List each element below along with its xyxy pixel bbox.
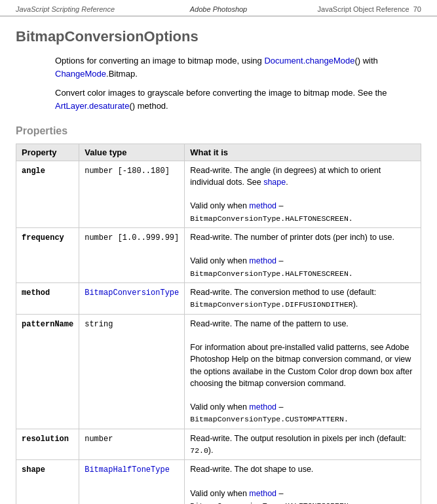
- properties-section-title: Properties: [16, 125, 421, 137]
- description-1: Options for converting an image to bitma…: [55, 54, 421, 80]
- artlayer-desaturate-link[interactable]: ArtLayer.desaturate: [55, 101, 129, 111]
- scripting-reference-label: JavaScript Scripting Reference: [16, 5, 115, 13]
- method-link-patternname[interactable]: method: [249, 402, 276, 412]
- page-number-label: JavaScript Object Reference 70: [318, 5, 421, 13]
- table-row: angle number [-180..180] Read-write. The…: [16, 161, 421, 228]
- method-link-angle[interactable]: method: [249, 201, 276, 210]
- method-link-frequency[interactable]: method: [249, 256, 276, 265]
- table-row: method BitmapConversionType Read-write. …: [16, 283, 421, 315]
- col-header-property: Property: [16, 144, 79, 161]
- table-row: shape BitmapHalfToneType Read-write. The…: [16, 460, 421, 504]
- method-link-shape[interactable]: method: [249, 489, 276, 498]
- prop-type-resolution: number: [85, 435, 113, 444]
- prop-name-patternname: patternName: [22, 320, 73, 329]
- bitmap-conversion-type-link[interactable]: BitmapConversionType: [85, 288, 179, 298]
- prop-type-frequency: number [1.0..999.99]: [85, 233, 179, 242]
- main-content: BitmapConversionOptions Options for conv…: [0, 16, 437, 504]
- prop-desc-angle: Read-write. The angle (in degrees) at wh…: [185, 161, 421, 228]
- shape-link[interactable]: shape: [263, 178, 286, 187]
- prop-desc-shape: Read-write. The dot shape to use. Valid …: [185, 460, 421, 504]
- table-row: patternName string Read-write. The name …: [16, 315, 421, 429]
- description-2: Convert color images to grayscale before…: [55, 87, 421, 112]
- prop-desc-frequency: Read-write. The number of printer dots (…: [185, 228, 421, 283]
- table-row: frequency number [1.0..999.99] Read-writ…: [16, 228, 421, 283]
- table-row: resolution number Read-write. The output…: [16, 429, 421, 460]
- prop-type-patternname: string: [85, 320, 113, 329]
- prop-name-angle: angle: [22, 166, 45, 176]
- prop-desc-patternname: Read-write. The name of the pattern to u…: [185, 315, 421, 429]
- prop-name-resolution: resolution: [22, 435, 69, 444]
- prop-desc-resolution: Read-write. The output resolution in pix…: [185, 429, 421, 460]
- col-header-valuetype: Value type: [79, 144, 185, 161]
- document-changemode-link[interactable]: Document.changeMode: [264, 56, 354, 66]
- page-title: BitmapConversionOptions: [16, 28, 421, 45]
- properties-table: Property Value type What it is angle num…: [16, 144, 421, 504]
- col-header-whatitis: What it is: [185, 144, 421, 161]
- bitmap-halftone-type-link[interactable]: BitmapHalfToneType: [85, 465, 170, 475]
- prop-name-frequency: frequency: [22, 233, 64, 242]
- prop-type-angle: number [-180..180]: [85, 166, 170, 176]
- app-name-header: Adobe Photoshop: [190, 5, 247, 13]
- prop-name-method: method: [22, 288, 50, 298]
- prop-desc-method: Read-write. The conversion method to use…: [185, 283, 421, 315]
- changemode-link[interactable]: ChangeMode: [55, 69, 106, 79]
- prop-name-shape: shape: [22, 465, 45, 475]
